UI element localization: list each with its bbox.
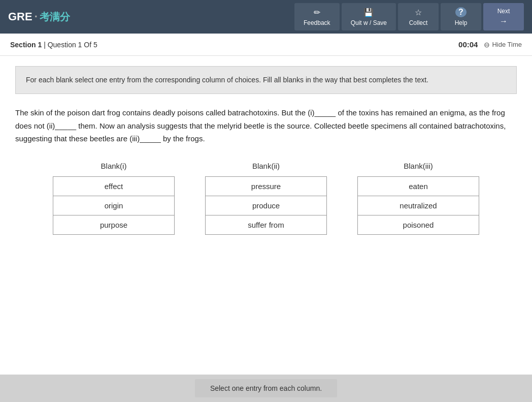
help-label: Help bbox=[455, 19, 468, 26]
answer-section: Blank(i) effect origin purpose Blank(ii)… bbox=[15, 162, 517, 234]
section-right: 00:04 ⊖ Hide Time bbox=[458, 40, 522, 49]
blank-i-choice-2[interactable]: origin bbox=[53, 196, 175, 215]
help-icon: ? bbox=[455, 7, 467, 17]
blank-ii-header: Blank(ii) bbox=[252, 162, 280, 170]
next-label: Next bbox=[497, 8, 510, 15]
header-buttons: ✏ Feedback 💾 Quit w / Save ☆ Collect ? H… bbox=[294, 3, 524, 30]
blank-ii-column: Blank(ii) pressure produce suffer from bbox=[205, 162, 327, 234]
quit-save-button[interactable]: 💾 Quit w / Save bbox=[342, 3, 396, 30]
star-icon: ☆ bbox=[415, 8, 422, 17]
bottom-bar: Select one entry from each column. bbox=[0, 375, 532, 402]
blank-iii-header: Blank(iii) bbox=[404, 162, 433, 170]
timer: 00:04 bbox=[458, 40, 478, 49]
feedback-icon: ✏ bbox=[314, 8, 320, 17]
question-text: The skin of the poison dart frog contain… bbox=[15, 106, 517, 145]
blank-i-column: Blank(i) effect origin purpose bbox=[53, 162, 175, 234]
hide-time-button[interactable]: ⊖ Hide Time bbox=[484, 41, 522, 49]
help-button[interactable]: ? Help bbox=[441, 3, 481, 30]
quit-save-label: Quit w / Save bbox=[351, 19, 387, 26]
next-button[interactable]: Next → bbox=[483, 3, 524, 30]
blank-iii-column: Blank(iii) eaten neutralized poisoned bbox=[357, 162, 479, 234]
blank-iii-choice-3[interactable]: poisoned bbox=[357, 215, 479, 235]
collect-label: Collect bbox=[409, 19, 428, 26]
question-label: Question 1 Of 5 bbox=[48, 41, 97, 49]
blank-ii-choice-1[interactable]: pressure bbox=[205, 176, 327, 196]
blank-iii-choice-2[interactable]: neutralized bbox=[357, 196, 479, 215]
header: GRE · 考满分 ✏ Feedback 💾 Quit w / Save ☆ C… bbox=[0, 0, 532, 34]
instructions-box: For each blank select one entry from the… bbox=[15, 66, 517, 94]
blank-ii-choice-2[interactable]: produce bbox=[205, 196, 327, 215]
blank-ii-choice-3[interactable]: suffer from bbox=[205, 215, 327, 235]
logo-cn: 考满分 bbox=[40, 10, 70, 24]
blank-i-choice-3[interactable]: purpose bbox=[53, 215, 175, 235]
section-separator: | bbox=[44, 41, 48, 49]
collect-button[interactable]: ☆ Collect bbox=[398, 3, 439, 30]
clock-icon: ⊖ bbox=[484, 41, 490, 49]
blank-iii-choice-1[interactable]: eaten bbox=[357, 176, 479, 196]
logo-gre: GRE bbox=[8, 10, 32, 23]
save-icon: 💾 bbox=[363, 8, 374, 17]
status-text: Select one entry from each column. bbox=[195, 379, 337, 397]
next-arrow-icon: → bbox=[500, 17, 508, 26]
section-info: Section 1 | Question 1 Of 5 bbox=[10, 41, 97, 49]
blank-i-choice-1[interactable]: effect bbox=[53, 176, 175, 196]
feedback-button[interactable]: ✏ Feedback bbox=[294, 3, 340, 30]
main-content: For each blank select one entry from the… bbox=[0, 56, 532, 375]
logo: GRE · 考满分 bbox=[8, 10, 70, 24]
blank-i-header: Blank(i) bbox=[101, 162, 127, 170]
instructions-text: For each blank select one entry from the… bbox=[26, 76, 428, 84]
section-bar: Section 1 | Question 1 Of 5 00:04 ⊖ Hide… bbox=[0, 34, 532, 56]
logo-separator: · bbox=[35, 10, 38, 23]
section-label: Section 1 bbox=[10, 41, 42, 49]
feedback-label: Feedback bbox=[304, 19, 330, 26]
hide-time-label: Hide Time bbox=[492, 41, 522, 48]
